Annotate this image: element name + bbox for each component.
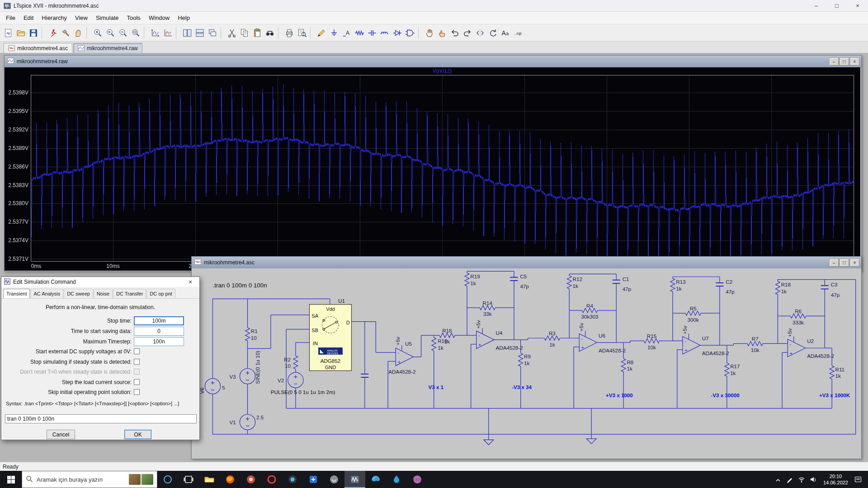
start-button[interactable] xyxy=(0,471,22,488)
zoom-out-icon[interactable] xyxy=(117,27,129,39)
resistor-icon[interactable] xyxy=(353,27,365,39)
checkbox[interactable] xyxy=(134,348,140,354)
dialog-tab-transient[interactable]: Transient xyxy=(3,289,30,298)
taskbar-app-app-drop-icon[interactable] xyxy=(386,471,407,488)
menu-window[interactable]: Window xyxy=(145,13,174,23)
find-icon[interactable] xyxy=(264,27,276,39)
taskbar-app-file-explorer-icon[interactable] xyxy=(199,471,220,488)
tray-pen-icon[interactable] xyxy=(784,471,795,488)
run-icon[interactable] xyxy=(47,27,59,39)
taskbar-app-app-red-icon[interactable] xyxy=(241,471,261,488)
dialog-tab-dc-transfer[interactable]: DC Transfer xyxy=(113,289,146,298)
schem-minimize-icon[interactable]: – xyxy=(829,258,839,267)
print-icon[interactable] xyxy=(283,27,295,39)
taskbar-clock[interactable]: 20:1014.06.2022 xyxy=(820,473,852,486)
taskbar-app-app-dark-icon[interactable] xyxy=(282,471,303,488)
close-icon[interactable]: × xyxy=(847,0,868,11)
ok-button[interactable]: OK xyxy=(124,430,151,439)
wave-close-icon[interactable]: × xyxy=(850,57,859,66)
menu-view[interactable]: View xyxy=(71,13,92,23)
tile-horizontal-icon[interactable] xyxy=(193,27,206,39)
redo-icon[interactable] xyxy=(461,27,473,39)
menu-tools[interactable]: Tools xyxy=(123,13,145,23)
tab-mikroohmmetre4.asc[interactable]: mikroohmmetre4.asc xyxy=(4,43,72,53)
waveform-plot[interactable] xyxy=(5,67,860,271)
tray-network-icon[interactable] xyxy=(796,471,807,488)
zoom-in-icon[interactable] xyxy=(91,27,104,39)
checkbox[interactable] xyxy=(134,359,140,365)
cut-icon[interactable] xyxy=(226,27,238,39)
taskbar-app-app-blue-icon[interactable] xyxy=(303,471,324,488)
diode-icon[interactable] xyxy=(391,27,403,39)
schematic-window-titlebar[interactable]: mikroohmmetre4.asc – □ × xyxy=(192,257,861,268)
zoom-full-icon[interactable] xyxy=(129,27,142,39)
cancel-button[interactable]: Cancel xyxy=(47,430,75,439)
menu-simulate[interactable]: Simulate xyxy=(92,13,123,23)
dialog-close-icon[interactable]: × xyxy=(184,278,197,286)
inductor-icon[interactable] xyxy=(378,27,391,39)
open-icon[interactable] xyxy=(14,27,27,39)
dialog-titlebar[interactable]: Edit Simulation Command × xyxy=(1,277,199,287)
menu-edit[interactable]: Edit xyxy=(19,13,38,23)
taskbar-app-app-sphere-icon[interactable] xyxy=(407,471,428,488)
notification-center-icon[interactable] xyxy=(853,471,863,488)
tile-vertical-icon[interactable] xyxy=(181,27,193,39)
dialog-tab-dc-op-pnt[interactable]: DC op pnt xyxy=(146,289,175,298)
new-schematic-icon[interactable] xyxy=(2,27,14,39)
taskbar-app-cortana-icon[interactable] xyxy=(157,471,178,488)
undo-icon[interactable] xyxy=(448,27,461,39)
maximize-icon[interactable]: □ xyxy=(826,0,847,11)
wave-minimize-icon[interactable]: – xyxy=(829,57,839,66)
move-icon[interactable] xyxy=(423,27,435,39)
zoom-back-icon[interactable] xyxy=(104,27,116,39)
taskbar-app-task-view-icon[interactable] xyxy=(178,471,199,488)
tray-volume-icon[interactable] xyxy=(808,471,819,488)
field-input-2[interactable] xyxy=(134,327,184,336)
dialog-tab-dc-sweep[interactable]: DC sweep xyxy=(64,289,93,298)
spice-directive-icon[interactable]: .op xyxy=(512,27,524,39)
plot-settings-icon[interactable] xyxy=(161,27,174,39)
field-input-1[interactable] xyxy=(134,316,184,325)
autorange-icon[interactable] xyxy=(149,27,161,39)
field-input-3[interactable] xyxy=(134,337,184,346)
taskbar-app-app-gray-icon[interactable] xyxy=(324,471,344,488)
checkbox[interactable] xyxy=(134,389,140,395)
waveform-window-titlebar[interactable]: mikroohmmetre4.raw – □ × xyxy=(5,56,861,67)
drag-icon[interactable] xyxy=(436,27,448,39)
taskbar-app-edge-icon[interactable] xyxy=(365,471,386,488)
menu-hierarchy[interactable]: Hierarchy xyxy=(38,13,71,23)
save-icon[interactable] xyxy=(27,27,39,39)
cascade-icon[interactable] xyxy=(206,27,218,39)
rotate-icon[interactable] xyxy=(486,27,499,39)
schem-close-icon[interactable]: × xyxy=(850,258,859,267)
search-input[interactable]: Aramak için buraya yazın xyxy=(22,471,157,488)
capacitor-icon[interactable] xyxy=(366,27,378,39)
ground-icon[interactable] xyxy=(328,27,340,39)
net-label-icon[interactable]: A xyxy=(340,27,353,39)
tab-mikroohmmetre4.raw[interactable]: mikroohmmetre4.raw xyxy=(73,43,142,53)
taskbar-app-opera-icon[interactable] xyxy=(261,471,282,488)
dialog-tab-noise[interactable]: Noise xyxy=(94,289,113,298)
checkbox[interactable] xyxy=(134,379,140,385)
paste-icon[interactable] xyxy=(251,27,263,39)
control-panel-icon[interactable] xyxy=(59,27,71,39)
menu-help[interactable]: Help xyxy=(174,13,194,23)
copy-icon[interactable] xyxy=(238,27,250,39)
dialog-tab-ac-analysis[interactable]: AC Analysis xyxy=(30,289,63,298)
tray-hidden-icons-icon[interactable] xyxy=(773,471,783,488)
halt-icon[interactable] xyxy=(72,27,84,39)
component-icon[interactable] xyxy=(404,27,416,39)
menu-file[interactable]: File xyxy=(2,13,19,23)
taskbar-app-ltspice-icon[interactable] xyxy=(344,471,365,488)
minimize-icon[interactable]: – xyxy=(806,0,826,11)
text-icon[interactable]: Aa xyxy=(499,27,511,39)
wire-pencil-icon[interactable] xyxy=(315,27,327,39)
schematic-canvas[interactable]: -+-+-+-+-+.tran 0 100m 0 100nR191kC547pR… xyxy=(192,268,861,459)
wave-maximize-icon[interactable]: □ xyxy=(840,57,849,66)
taskbar-app-firefox-icon[interactable] xyxy=(220,471,241,488)
schem-maximize-icon[interactable]: □ xyxy=(840,258,849,267)
command-input[interactable] xyxy=(5,414,197,423)
search-highlight-thumbnails[interactable] xyxy=(129,474,153,485)
mirror-icon[interactable] xyxy=(474,27,486,39)
print-preview-icon[interactable] xyxy=(296,27,308,39)
